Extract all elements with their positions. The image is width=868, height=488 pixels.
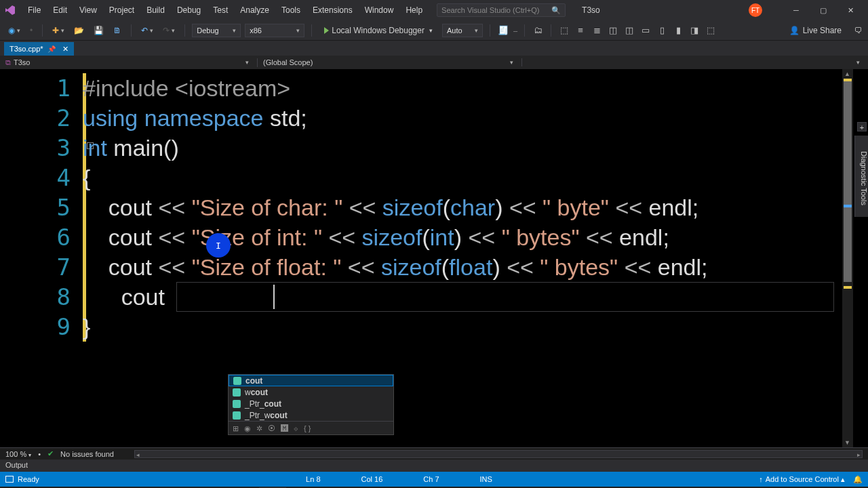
menu-view[interactable]: View (73, 5, 103, 15)
error-indicator-icon[interactable]: ✔ (47, 449, 54, 458)
project-scope-combo[interactable]: ⧉ T3so ▾ (0, 58, 258, 67)
bookmark-icon[interactable]: ▭ (639, 24, 652, 37)
source-control-button[interactable]: ↑Add to Source Control ▴ (759, 475, 845, 484)
menu-file[interactable]: File (22, 5, 47, 15)
menu-help[interactable]: Help (399, 5, 429, 15)
menu-debug[interactable]: Debug (171, 5, 207, 15)
indent-icon[interactable]: ≡ (574, 24, 587, 37)
start-debug-button[interactable]: Local Windows Debugger ▾ (319, 26, 438, 35)
project-name: T3so (14, 58, 30, 66)
document-tab[interactable]: T3so.cpp* 📌 ✕ (4, 42, 74, 56)
uncomment-icon[interactable]: ◫ (623, 24, 635, 37)
menu-tools[interactable]: Tools (275, 5, 307, 15)
filter-icon[interactable]: { } (304, 413, 311, 443)
status-ins: INS (480, 475, 492, 483)
separator (524, 24, 525, 37)
new-item-button[interactable]: ✚ (50, 23, 67, 38)
status-col: Col 16 (361, 475, 383, 483)
outdent-icon[interactable]: ≣ (591, 24, 603, 37)
document-tab-well: T3so.cpp* 📌 ✕ (0, 41, 868, 56)
account-avatar[interactable]: FT (749, 3, 762, 17)
navigation-bar: ⧉ T3so ▾ (Global Scope) ▾ ▾ (0, 56, 868, 69)
save-button[interactable]: 💾 (91, 23, 106, 38)
separator (184, 24, 185, 37)
quick-launch-search[interactable]: Search Visual Studio (Ctrl+Q) 🔍 (437, 3, 566, 17)
search-placeholder: Search Visual Studio (Ctrl+Q) (441, 6, 539, 14)
filter-icon[interactable]: ⊞ (233, 413, 239, 443)
live-share-button[interactable]: 👤 Live Share 🗨 (789, 26, 863, 35)
separator (311, 24, 312, 37)
solution-name: T3so (582, 5, 600, 15)
editor-info-bar: 100 % • ✔ No issues found ◂▸ (0, 447, 868, 460)
add-toolwindow-button[interactable]: + (857, 122, 867, 131)
maximize-button[interactable]: ▢ (810, 1, 837, 20)
zoom-level[interactable]: 100 % (5, 450, 31, 458)
filter-icon[interactable]: ✲ (256, 413, 262, 443)
search-icon: 🔍 (551, 6, 561, 15)
intellisense-item[interactable]: _Ptr_wcout (229, 409, 393, 421)
horizontal-scrollbar[interactable]: ◂▸ (134, 450, 863, 458)
menu-test[interactable]: Test (207, 5, 234, 15)
redo-button[interactable]: ↷ (160, 23, 178, 38)
member-combo[interactable]: ▾ (522, 59, 868, 66)
layer-icon[interactable]: 🗂 (532, 24, 544, 37)
minimize-button[interactable]: ─ (783, 1, 810, 20)
code-editor[interactable]: 1 2 3 4 5 6 7 8 9 - #include <iostream> … (0, 69, 868, 447)
filter-icon[interactable]: ◉ (244, 413, 251, 443)
comment-icon[interactable]: ◫ (607, 24, 619, 37)
filter-icon[interactable]: 🅼 (281, 413, 288, 443)
intellisense-popup[interactable]: cout wcout _Ptr_cout _Ptr_wcout ⊞ ◉ ✲ ⦿ … (228, 374, 394, 435)
issues-label: No issues found (60, 450, 114, 458)
menu-window[interactable]: Window (359, 5, 400, 15)
menu-edit[interactable]: Edit (47, 5, 73, 15)
live-share-icon: 👤 (789, 26, 800, 35)
status-ch: Ch 7 (423, 475, 439, 483)
solution-platform-combo[interactable]: x86 (245, 24, 304, 37)
status-line: Ln 8 (306, 475, 320, 483)
feedback-icon[interactable]: 🗨 (854, 26, 863, 35)
diagnostic-tools-tab[interactable]: Diagnostic Tools (854, 136, 868, 217)
save-all-button[interactable]: 🗎 (111, 23, 124, 38)
separator (490, 24, 490, 37)
close-button[interactable]: ✕ (837, 1, 864, 20)
separator (131, 24, 132, 37)
nav-back-button[interactable]: ◉ (5, 23, 23, 38)
current-line-highlight (176, 282, 834, 312)
menu-analyze[interactable]: Analyze (234, 5, 275, 15)
member-icon (233, 377, 241, 385)
nav-fwd-button[interactable]: • (27, 23, 35, 38)
cpp-icon: ⧉ (5, 58, 11, 67)
debug-target-combo[interactable]: Auto (442, 24, 483, 37)
bookmark-clear-icon[interactable]: ▮ (672, 24, 684, 37)
filter-icon[interactable]: ⦿ (268, 413, 275, 443)
code-content[interactable]: #include <iostream> using namespace std;… (83, 69, 868, 447)
menu-extensions[interactable]: Extensions (307, 5, 359, 15)
output-window-tab[interactable]: Output (0, 460, 868, 472)
scope-combo[interactable]: (Global Scope) ▾ (258, 58, 522, 66)
status-bar: Ready Ln 8 Col 16 Ch 7 INS ↑Add to Sourc… (0, 472, 868, 487)
separator: • (38, 450, 41, 458)
misc-icon[interactable]: ⬚ (705, 24, 717, 37)
undo-button[interactable]: ↶ (138, 23, 156, 38)
status-icon (5, 476, 14, 483)
flag-icon[interactable]: ◨ (688, 24, 701, 37)
notifications-icon[interactable]: 🔔 (853, 475, 863, 484)
solution-config-combo[interactable]: Debug (192, 24, 241, 37)
debugger-label: Local Windows Debugger (332, 26, 425, 35)
step-icon[interactable]: ⬚ (558, 24, 570, 37)
vs-logo-icon (4, 4, 16, 16)
menu-project[interactable]: Project (103, 5, 140, 15)
bookmark-next-icon[interactable]: ▯ (656, 24, 668, 37)
toolbox-icon[interactable]: 🧾 (497, 24, 509, 37)
open-button[interactable]: 📂 (71, 23, 87, 38)
filter-icon[interactable]: ⟐ (294, 413, 298, 443)
pin-icon[interactable]: 📌 (47, 45, 56, 53)
menu-build[interactable]: Build (140, 5, 171, 15)
member-icon (233, 388, 241, 396)
member-icon (233, 400, 241, 408)
mouse-cursor-indicator: I (206, 233, 231, 258)
tab-close-icon[interactable]: ✕ (62, 45, 68, 54)
title-bar: File Edit View Project Build Debug Test … (0, 0, 868, 20)
vertical-scrollbar[interactable]: ▲ ▼ (842, 69, 853, 447)
line-number-gutter: 1 2 3 4 5 6 7 8 9 (0, 69, 83, 447)
